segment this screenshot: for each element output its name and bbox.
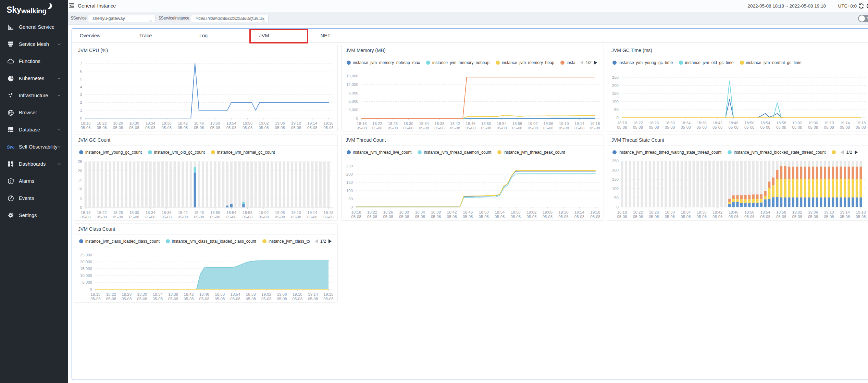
svg-text:05-08: 05-08 (307, 215, 317, 219)
sidebar: Skywalking General ServiceService MeshFu… (0, 0, 68, 383)
svg-text:19:18: 19:18 (590, 122, 600, 126)
svg-text:05-08: 05-08 (178, 126, 188, 130)
svg-text:05-08: 05-08 (776, 125, 786, 129)
sidebar-item-general-service[interactable]: General Service (0, 18, 68, 36)
svg-text:05-08: 05-08 (511, 215, 521, 219)
sidebar-item-alarms[interactable]: Alarms (0, 173, 68, 190)
sidebar-item-service-mesh[interactable]: Service Mesh (0, 36, 68, 53)
sidebar-item-events[interactable]: Events (0, 190, 68, 207)
sidebar-item-self-observability[interactable]: Sw)Self Observability (0, 138, 68, 155)
svg-text:18:18: 18:18 (617, 210, 627, 214)
events-icon (8, 195, 14, 201)
svg-text:0: 0 (80, 205, 82, 209)
chart-title: JVM Thread State Count (611, 135, 664, 145)
chart-card-jvm-cpu: JVM CPU (%)0123456718:1805-0818:2205-081… (74, 45, 338, 131)
svg-text:2: 2 (80, 100, 82, 104)
chevron-down-icon (58, 128, 61, 131)
database-icon (8, 127, 14, 133)
dashboard-variable-bar: $Service shenyu-gateway $ServiceInstance… (68, 12, 868, 25)
svg-text:18:38: 18:38 (162, 210, 172, 215)
svg-text:18:54: 18:54 (226, 210, 236, 215)
svg-text:05-08: 05-08 (712, 125, 722, 129)
svg-text:200: 200 (346, 172, 353, 176)
app-logo: Skywalking (7, 5, 53, 15)
svg-text:05-08: 05-08 (649, 215, 659, 219)
tab-trace[interactable]: Trace (139, 29, 152, 43)
sidebar-item-infrastructure[interactable]: Infrastructure (0, 87, 68, 104)
chart-card-jvm-gc-time: JVM GC Time (ms)instance_jvm_young_gc_ti… (607, 45, 868, 131)
svg-text:05-08: 05-08 (168, 297, 178, 301)
tab-net[interactable]: .NET (319, 29, 330, 43)
chart-plot-jvm-gc-count: 051015202518:1805-0818:2205-0818:2605-08… (74, 146, 338, 221)
main-area: General-Instance 2022-05-08 18:18 ~ 2022… (68, 0, 868, 383)
svg-text:05-08: 05-08 (80, 126, 90, 130)
svg-text:18:38: 18:38 (162, 121, 172, 125)
tab-jvm[interactable]: JVM (259, 29, 269, 43)
svg-text:0: 0 (80, 116, 82, 120)
svg-text:9,000: 9,000 (348, 91, 358, 95)
sidebar-item-label: Kubernetes (19, 76, 44, 81)
chart-title: JVM Memory (MB) (346, 45, 386, 56)
sidebar-item-dashboards[interactable]: Dashboards (0, 155, 68, 173)
svg-text:19:06: 19:06 (808, 210, 818, 214)
alarm-icon (8, 178, 14, 184)
time-range-picker[interactable]: 2022-05-08 18:18 ~ 2022-05-08 19:18 (747, 0, 826, 12)
svg-text:19:14: 19:14 (840, 121, 850, 125)
svg-text:05-08: 05-08 (649, 125, 659, 129)
svg-text:18:34: 18:34 (415, 210, 425, 214)
svg-text:18:22: 18:22 (106, 292, 116, 296)
svg-text:18:18: 18:18 (81, 210, 91, 215)
svg-text:50: 50 (348, 197, 353, 201)
svg-text:05-08: 05-08 (259, 215, 269, 219)
dots-icon (8, 92, 14, 99)
svg-text:100: 100 (612, 100, 619, 104)
sidebar-item-browser[interactable]: Browser (0, 104, 68, 121)
svg-text:05-08: 05-08 (760, 215, 770, 219)
collapse-sidebar-icon[interactable] (69, 3, 74, 9)
sidebar-item-database[interactable]: Database (0, 121, 68, 138)
svg-text:05-08: 05-08 (323, 126, 333, 130)
sidebar-item-label: Browser (19, 110, 37, 115)
svg-text:18:42: 18:42 (712, 210, 722, 214)
svg-text:05-08: 05-08 (308, 297, 318, 301)
svg-text:18:42: 18:42 (178, 210, 188, 215)
sidebar-item-settings[interactable]: Settings (0, 207, 68, 224)
svg-text:05-08: 05-08 (372, 126, 382, 130)
clock-icon-partial[interactable] (867, 3, 868, 9)
refresh-icon[interactable] (858, 3, 864, 9)
svg-text:18:22: 18:22 (97, 121, 107, 125)
svg-text:18:18: 18:18 (357, 122, 367, 126)
svg-text:05-08: 05-08 (633, 125, 643, 129)
svg-text:0: 0 (351, 205, 353, 209)
sidebar-item-kubernetes[interactable]: Kubernetes (0, 70, 68, 87)
sidebar-item-functions[interactable]: Functions (0, 53, 68, 70)
svg-text:19:02: 19:02 (526, 210, 536, 214)
svg-text:05-08: 05-08 (543, 215, 553, 219)
svg-text:18:58: 18:58 (776, 121, 786, 125)
svg-text:05-08: 05-08 (97, 215, 107, 219)
tabs-bar: OverviewTraceLogJVM.NET (72, 29, 868, 43)
svg-text:05-08: 05-08 (113, 126, 123, 130)
svg-text:05-08: 05-08 (528, 126, 538, 130)
svg-text:18:34: 18:34 (681, 121, 691, 125)
tab-overview[interactable]: Overview (80, 29, 100, 43)
svg-text:05-08: 05-08 (153, 297, 163, 301)
tab-log[interactable]: Log (199, 29, 208, 43)
chart-title: JVM Class Count (78, 224, 115, 234)
svg-text:05-08: 05-08 (792, 125, 802, 129)
chart-card-jvm-thread-state: JVM Thread State Countinstance_jvm_threa… (607, 135, 868, 221)
svg-text:05-08: 05-08 (90, 297, 100, 301)
svg-text:0: 0 (356, 116, 358, 120)
svg-text:250: 250 (612, 159, 619, 163)
svg-text:18:42: 18:42 (712, 121, 722, 125)
instance-select[interactable]: 74d96c778c694c6b9b6322c62d55b765@192.168 (191, 15, 269, 22)
svg-text:05-08: 05-08 (559, 126, 569, 130)
service-select-chevron-icon (149, 17, 152, 20)
view-toggle-knob (859, 15, 865, 22)
svg-text:19:02: 19:02 (528, 122, 538, 126)
svg-text:18:50: 18:50 (210, 210, 220, 215)
svg-text:05-08: 05-08 (243, 215, 252, 219)
view-toggle[interactable]: V (858, 15, 868, 22)
svg-text:05-08: 05-08 (856, 125, 866, 129)
service-select[interactable]: shenyu-gateway (88, 15, 156, 22)
